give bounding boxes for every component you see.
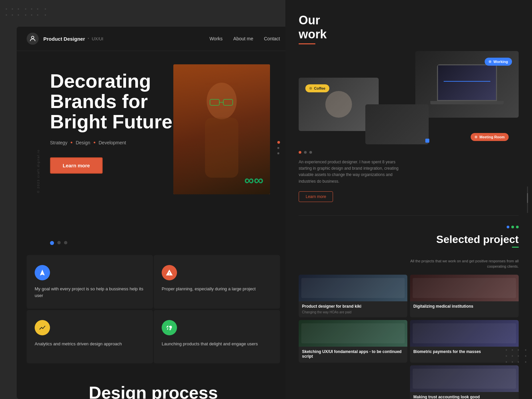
proj-title-2: Digitalizing medical institutions <box>413 304 515 309</box>
badge-working: Working <box>485 58 512 66</box>
scroll-indicator <box>527 186 528 213</box>
hero-text: Decorating Brands for Bright Future Stra… <box>50 71 190 174</box>
proj-img-2 <box>410 275 519 301</box>
vertical-nav-dots <box>277 141 280 154</box>
card-icon-rocket <box>162 320 177 335</box>
proj-title-4: Biometric payments for the masses <box>413 349 515 354</box>
navbar: Product Designer • UX/UI Works About me … <box>17 27 290 51</box>
work-dot-indicators <box>299 151 519 154</box>
sp-dot-blue <box>507 226 509 228</box>
feature-cards: My goal with every project is so help a … <box>17 255 290 363</box>
proj-img-5 <box>410 365 519 392</box>
sp-title: Selected project <box>436 234 519 245</box>
hero-title: Decorating Brands for Bright Future <box>50 71 190 132</box>
v-dot-3 <box>277 152 279 154</box>
card-analytics: Analytics and metrics driven design appr… <box>27 310 153 363</box>
proj-img-3 <box>299 320 407 347</box>
hero-section: Decorating Brands for Bright Future Stra… <box>17 51 290 244</box>
laptop-screen <box>437 64 497 101</box>
badge-meeting: Meeting Room <box>471 133 509 141</box>
proj-card-4[interactable]: Biometric payments for the masses <box>410 320 519 363</box>
nav-link-about[interactable]: About me <box>233 36 253 41</box>
selected-project-section: Selected project All the projects that w… <box>285 219 532 399</box>
decorative-dots-bottomright <box>503 348 529 366</box>
card-icon-alert <box>162 265 177 280</box>
tag-development: Development <box>99 140 126 145</box>
v-dot-1 <box>277 141 280 144</box>
sp-dot-row <box>436 226 519 228</box>
proj-title-3: Sketching UX/UI fondamental apps - to be… <box>302 349 404 359</box>
card-icon-chart <box>35 320 50 335</box>
badge-dot-working <box>489 60 491 63</box>
badge-dot-meeting <box>475 136 477 138</box>
card-launch: Launching products that delight and enga… <box>154 310 280 363</box>
our-work-section: Our work <box>285 0 532 212</box>
title-underline <box>299 43 315 44</box>
scroll-thumb <box>527 193 528 203</box>
nav-link-works[interactable]: Works <box>209 36 222 41</box>
proj-img-4 <box>410 320 519 347</box>
badge-dot-coffee <box>309 87 312 90</box>
tag-strategy: Strategy <box>50 140 67 145</box>
card-icon-navigation <box>35 265 50 280</box>
proj-title-5: Making trust accounting look good <box>413 395 515 399</box>
proj-content-1: Product designer for brand kiki Changing… <box>299 301 407 317</box>
blue-rect-deco <box>425 139 429 143</box>
card-goal-text: My goal with every project is so help a … <box>35 286 145 299</box>
our-work-title: Our work <box>299 13 519 41</box>
tag-design: Design <box>76 140 90 145</box>
proj-card-5[interactable]: Making trust accounting look good <box>410 365 519 399</box>
work-collage: Working Coffee Meeting Room <box>299 51 519 144</box>
project-grid: Product designer for brand kiki Changing… <box>299 275 519 363</box>
brand-name: Product Designer <box>43 36 85 42</box>
svg-rect-2 <box>205 118 238 178</box>
hero-cta-button[interactable]: Learn more <box>50 157 103 174</box>
nav-separator: • <box>88 36 89 41</box>
hero-tags: Strategy Design Development <box>50 140 190 145</box>
nav-subtitle: UX/UI <box>92 36 103 41</box>
proj-card-2[interactable]: Digitalizing medical institutions <box>410 275 519 317</box>
card-planning-text: Proper planning, especially during a lar… <box>162 286 272 292</box>
card-goal: My goal with every project is so help a … <box>27 255 153 309</box>
proj-title-1: Product designer for brand kiki <box>302 304 404 309</box>
work-description: An experienced product designer. I have … <box>299 159 405 185</box>
nav-link-contact[interactable]: Contact <box>264 36 280 41</box>
v-dot-2 <box>277 147 279 149</box>
design-process-section: Design process I am a product designer b… <box>17 370 290 399</box>
proj-content-4: Biometric payments for the masses <box>410 347 519 358</box>
decorative-dots-topleft <box>3 7 48 19</box>
sp-intro: All the projects that we work on and get… <box>402 258 519 269</box>
card-launch-text: Launching products that delight and enga… <box>162 341 272 347</box>
dot-2 <box>304 151 307 154</box>
proj-card-5-wrapper: Making trust accounting look good <box>299 365 519 399</box>
left-panel: Product Designer • UX/UI Works About me … <box>17 27 290 399</box>
dot-1 <box>299 151 301 154</box>
proj-subtitle-1: Changing the way HOAs are paid <box>302 310 404 315</box>
proj-card-1[interactable]: Product designer for brand kiki Changing… <box>299 275 407 317</box>
svg-point-0 <box>31 36 34 39</box>
vertical-copyright: © 2023 craft.digital.io <box>37 149 40 193</box>
tag-dot-2 <box>94 142 95 143</box>
dot-3 <box>309 151 312 154</box>
sp-dot-green-2 <box>516 226 519 228</box>
tag-dot-1 <box>71 142 72 143</box>
nav-links: Works About me Contact <box>209 36 280 41</box>
learn-more-button[interactable]: Learn more <box>299 191 333 202</box>
work-img-side2 <box>365 104 429 144</box>
proj-card-3[interactable]: Sketching UX/UI fondamental apps - to be… <box>299 320 407 363</box>
sp-underline <box>512 247 519 248</box>
neon-decoration: ∞∞ <box>244 173 263 188</box>
card-planning: Proper planning, especially during a lar… <box>154 255 280 309</box>
proj-content-5: Making trust accounting look good <box>410 392 519 399</box>
laptop-base <box>430 101 504 104</box>
proj-content-2: Digitalizing medical institutions <box>410 301 519 313</box>
dp-header: Design process <box>50 383 257 399</box>
svg-point-1 <box>207 83 237 119</box>
badge-coffee: Coffee <box>305 84 329 92</box>
sp-dot-green-1 <box>511 226 514 228</box>
card-analytics-text: Analytics and metrics driven design appr… <box>35 341 145 347</box>
proj-img-1 <box>299 275 407 301</box>
right-panel: Our work <box>285 0 532 399</box>
dp-title: Design process <box>89 383 218 399</box>
section-divider <box>299 215 519 216</box>
